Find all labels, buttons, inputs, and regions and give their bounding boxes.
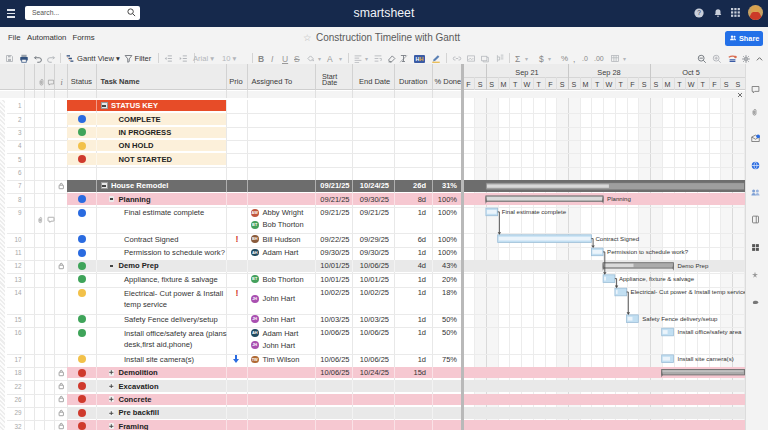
svg-text:Appliance, fixture & salvage: Appliance, fixture & salvage: [619, 275, 695, 282]
svg-text:Contract Signed: Contract Signed: [595, 235, 639, 242]
svg-text:Electrical- Cut power & Instal: Electrical- Cut power & Install temp ser…: [631, 288, 747, 295]
svg-text:Demo Prep: Demo Prep: [678, 262, 709, 269]
svg-text:Install office/safety area: Install office/safety area: [678, 328, 743, 335]
svg-text:Install site camera(s): Install site camera(s): [678, 355, 734, 362]
svg-text:Permission to schedule work?: Permission to schedule work?: [607, 248, 689, 255]
svg-text:Final estimate complete: Final estimate complete: [502, 208, 567, 215]
svg-text:Safety Fence delivery/setup: Safety Fence delivery/setup: [642, 315, 718, 322]
svg-text:Planning: Planning: [607, 195, 631, 202]
